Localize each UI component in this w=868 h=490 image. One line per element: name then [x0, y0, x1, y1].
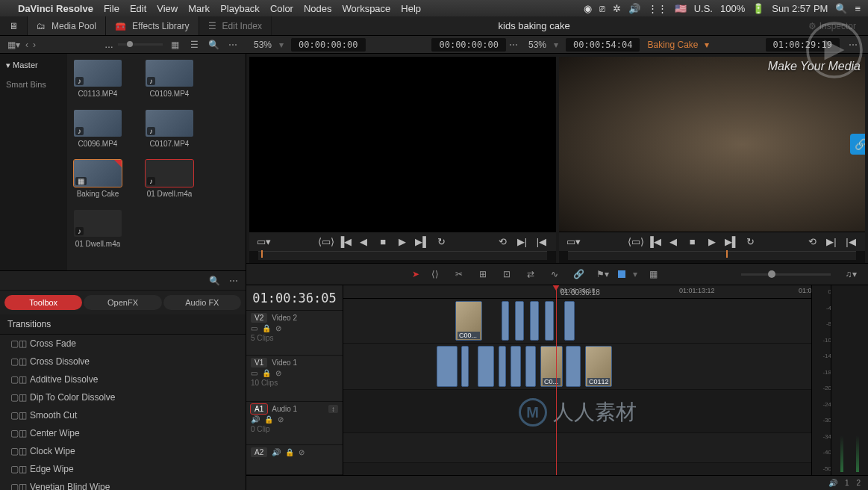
transition-item[interactable]: ▢◫Additive Dissolve	[0, 370, 246, 388]
search-icon[interactable]: 🔍	[206, 38, 221, 52]
clip-box[interactable]	[530, 301, 539, 341]
nav-back-icon[interactable]: ‹	[25, 40, 28, 50]
prg-play-icon[interactable]: ▶	[705, 236, 719, 247]
track-head-v2[interactable]: V2Video 2 ▭🔒⊘ 5 Clips	[246, 311, 343, 356]
prg-goto-out-icon[interactable]: ▶|	[825, 236, 838, 247]
media-clip[interactable]: ♪01 Dwell.m4a	[73, 210, 122, 248]
tab-toolbox[interactable]: Toolbox	[4, 295, 82, 310]
track-head-a2[interactable]: A2 🔊🔒⊘	[246, 445, 343, 475]
clip-box[interactable]: C0112	[585, 346, 612, 387]
prg-next-icon[interactable]: ▶▌	[725, 236, 738, 247]
lane-v1[interactable]: C0... C0112	[343, 344, 811, 390]
breadcrumb-dots[interactable]: …	[104, 40, 113, 50]
overwrite-tool-icon[interactable]: ⊡	[499, 269, 515, 279]
timeline-zoom-slider[interactable]	[741, 273, 831, 276]
lane-v2[interactable]: C00...	[343, 299, 811, 344]
notification-icon[interactable]: ◉	[584, 3, 592, 14]
transition-item[interactable]: ▢◫Cross Dissolve	[0, 353, 246, 370]
media-clip[interactable]: ♪01 Dwell.m4a	[145, 160, 194, 198]
prg-goto-in-icon[interactable]: |◀	[844, 236, 858, 247]
track-head-v1[interactable]: V1Video 1 ▭🔒⊘ 10 Clips	[246, 356, 343, 402]
media-clip[interactable]: ▦Baking Cake	[73, 160, 122, 198]
menu-workspace[interactable]: Workspace	[343, 3, 391, 14]
clip-box[interactable]: C00...	[455, 301, 482, 341]
bin-smart[interactable]: Smart Bins	[6, 72, 61, 91]
clip-box[interactable]	[566, 346, 581, 387]
clip-box[interactable]	[478, 346, 494, 387]
bin-master[interactable]: ▾ Master	[6, 58, 61, 72]
media-clip[interactable]: ♪C0096.MP4	[73, 110, 122, 148]
clip-box[interactable]	[502, 301, 509, 341]
tracks-area[interactable]: 01:00:36:18 01:01:13:12 01:01:50:06 01:0…	[343, 285, 811, 475]
share-icon[interactable]: 🔗	[850, 134, 865, 155]
menu-file[interactable]: File	[104, 3, 119, 14]
clip-box[interactable]	[499, 346, 506, 387]
source-scrubber[interactable]	[258, 251, 547, 260]
clip-box[interactable]	[511, 346, 521, 387]
battery-icon[interactable]: 🔋	[752, 3, 764, 14]
src-play-icon[interactable]: ▶	[396, 236, 409, 247]
insert-tool-icon[interactable]: ⊞	[475, 269, 491, 279]
hamburger-icon[interactable]: ≡	[855, 3, 861, 14]
bin-tree[interactable]: ▾ Master Smart Bins	[0, 54, 67, 270]
blade-tool-icon[interactable]: ✂	[451, 269, 467, 279]
more-icon-2[interactable]: ⋯	[846, 38, 861, 52]
menu-help[interactable]: Help	[401, 3, 421, 14]
menu-mark[interactable]: Mark	[188, 3, 210, 14]
program-zoom[interactable]: 53%	[528, 40, 546, 50]
timeline-timecode[interactable]: 01:00:36:05	[246, 285, 343, 311]
fx-list[interactable]: ▢◫Cross Fade▢◫Cross Dissolve▢◫Additive D…	[0, 335, 246, 490]
spotlight-icon[interactable]: 🔍	[835, 3, 847, 14]
clip-box[interactable]	[525, 346, 536, 387]
prg-prev-icon[interactable]: ◀	[666, 236, 680, 247]
source-canvas[interactable]	[249, 57, 556, 232]
prg-match-icon[interactable]: ⟨▭⟩	[628, 236, 641, 247]
lane-a1[interactable]: M人人素材	[343, 390, 811, 433]
src-loop-icon[interactable]: ↻	[434, 236, 448, 247]
menu-edit[interactable]: Edit	[130, 3, 146, 14]
page-2[interactable]: 2	[856, 479, 861, 487]
marker-tool-icon[interactable]	[618, 270, 625, 278]
src-stop-icon[interactable]: ■	[376, 236, 390, 247]
prg-mode-icon[interactable]: ▭▾	[566, 236, 580, 247]
flag-tool-icon[interactable]: ⚑▾	[594, 269, 611, 279]
inspector-toggle[interactable]: ⚙ Inspector	[796, 21, 868, 31]
trim-tool-icon[interactable]: ⟨⟩	[427, 269, 443, 279]
prg-in-out-icon[interactable]: ⟲	[805, 236, 819, 247]
clip-box[interactable]	[461, 346, 469, 387]
transition-item[interactable]: ▢◫Center Wipe	[0, 424, 246, 442]
clock-text[interactable]: Sun 2:57 PM	[772, 3, 828, 14]
a1-expand-icon[interactable]: ↕	[328, 405, 338, 413]
clip-box[interactable]: C0...	[540, 346, 563, 387]
src-goto-out-icon[interactable]: ▶|	[516, 236, 529, 247]
program-scrubber[interactable]	[568, 251, 857, 260]
program-canvas[interactable]: Make Your Media 🔗	[559, 57, 866, 232]
prg-stop-icon[interactable]: ■	[686, 236, 699, 247]
replace-tool-icon[interactable]: ⇄	[522, 269, 539, 279]
sequence-name[interactable]: Baking Cake	[647, 40, 698, 50]
src-mode-icon[interactable]: ▭▾	[257, 236, 270, 247]
media-clip[interactable]: ♪C0113.MP4	[73, 60, 122, 98]
speaker-icon[interactable]: 🔊	[828, 479, 837, 487]
src-match-icon[interactable]: ⟨▭⟩	[318, 236, 331, 247]
flag-icon[interactable]: 🇺🇸	[675, 3, 687, 14]
transition-item[interactable]: ▢◫Clock Wipe	[0, 442, 246, 460]
tab-openfx[interactable]: OpenFX	[84, 295, 161, 310]
track-head-a1[interactable]: A1Audio 1↕ 🔊🔒⊘ 0 Clip	[246, 402, 343, 445]
grid-view-icon[interactable]: ▦	[167, 38, 182, 52]
battery-text[interactable]: 100%	[720, 3, 745, 14]
prg-first-icon[interactable]: ▐◀	[647, 236, 661, 247]
source-tc[interactable]: 00:00:00:00	[291, 38, 365, 52]
selection-tool-icon[interactable]: ➤	[412, 269, 419, 279]
page-1[interactable]: 1	[845, 479, 849, 487]
playhead[interactable]: 01:00:36:18	[556, 285, 557, 475]
program-tc[interactable]: 00:00:54:04	[566, 38, 640, 52]
transition-item[interactable]: ▢◫Edge Wipe	[0, 460, 246, 478]
media-pool-toggle[interactable]: 🗂 Media Pool	[28, 16, 106, 35]
src-next-icon[interactable]: ▶▌	[415, 236, 428, 247]
src-goto-in-icon[interactable]: |◀	[535, 236, 549, 247]
audio-toggle-icon[interactable]: ♫▾	[843, 269, 859, 279]
media-clip[interactable]: ♪C0107.MP4	[145, 110, 194, 148]
clip-box[interactable]	[437, 346, 458, 387]
disable-icon[interactable]: ⊘	[275, 324, 281, 332]
